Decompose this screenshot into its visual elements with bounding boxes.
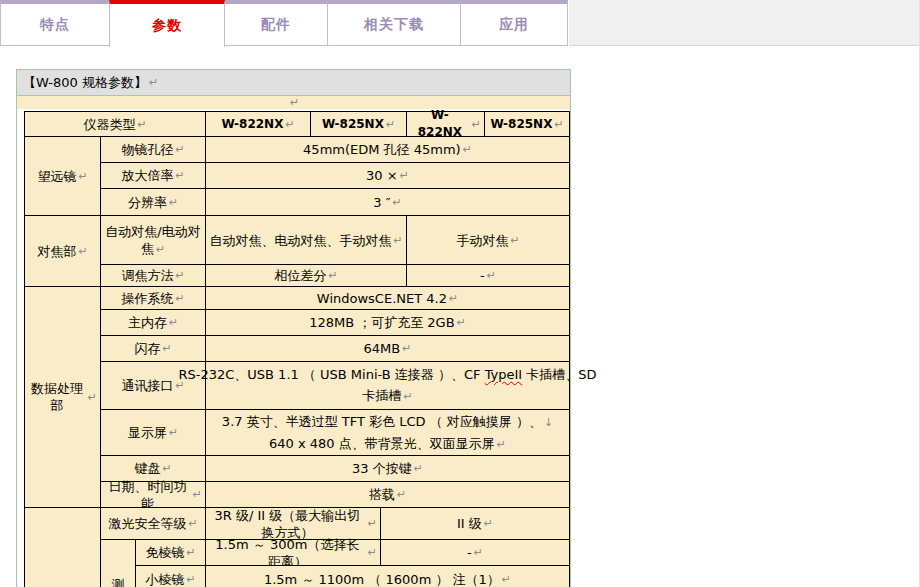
tab-features[interactable]: 特点 [0,0,110,46]
carriage-return-icon: ↵ [386,116,395,133]
carriage-return-icon: ↵ [175,167,184,184]
row-value: 3 ″↵ [206,189,570,216]
carriage-return-icon: ↵ [403,390,412,403]
row-label: 激光安全等级↵ [101,508,206,540]
carriage-return-icon: ↵ [175,267,184,284]
row-label: 显示屏↵ [101,410,206,456]
row-label: 放大倍率↵ [101,163,206,189]
data-processing-group-label: 数据处理部↵ [25,287,101,508]
carriage-return-icon: ↵ [368,515,377,532]
row-value-right: -↵ [407,265,570,287]
data-processing-section: 数据处理部↵ 操作系统↵ WindowsCE.NET 4.2↵ 主内存↵ 128… [25,287,570,508]
telescope-group-text: 望远镜 [37,168,76,185]
row-label-text: 通讯接口 [121,377,173,394]
row-value: 45mm(EDM 孔径 45mm)↵ [206,137,570,163]
focus-rows: 自动对焦/电动对焦↵ 自动对焦、电动对焦、手动对焦↵ 手动对焦↵ 调焦方法↵ 相… [101,216,570,287]
tab-accessories[interactable]: 配件 [224,0,328,46]
carriage-return-icon: ↵ [457,314,466,331]
table-row: 自动对焦/电动对焦↵ 自动对焦、电动对焦、手动对焦↵ 手动对焦↵ [101,216,570,265]
carriage-return-icon: ↵ [502,571,511,587]
carriage-return-icon: ↵ [162,460,171,477]
tab-parameters[interactable]: 参数 [109,0,225,47]
row-label: 日期、时间功能↵ [101,482,206,508]
tab-downloads[interactable]: 相关下载 [327,0,461,46]
row-label-text: 分辨率 [128,194,167,211]
data-processing-group-text: 数据处理部 [28,380,86,414]
row-value-text: - [467,544,472,561]
row-value-right: II 级↵ [381,508,570,540]
spec-table-wrapper: 仪器类型↵ W-822NX↵ W-825NX↵ W-822NX↵ W-825NX… [17,109,570,587]
laser-range-rows: 激光安全等级↵ 3R 级/ II 级（最大输出切换方式）↵ II 级↵ 测 免棱… [101,508,570,587]
row-value: RS-232C、USB 1.1 （ USB Mini-B 连接器 ）、CF Ty… [206,362,570,410]
row-label-text: 日期、时间功能 [104,478,191,512]
carriage-return-icon: ↵ [188,515,197,532]
row-label-text: 免棱镜 [145,544,184,561]
row-value-text: WindowsCE.NET 4.2 [317,290,447,307]
row-label: 操作系统↵ [101,287,206,310]
row-label: 分辨率↵ [101,189,206,216]
telescope-group-label: 望远镜↵ [25,137,101,216]
row-label: 物镜孔径↵ [101,137,206,163]
carriage-return-icon: ↵ [393,232,402,249]
model-name: W-825NX [322,116,384,133]
model-name: W-825NX [490,116,552,133]
row-label: 主内存↵ [101,310,206,336]
carriage-return-icon: ↵ [402,340,411,357]
carriage-return-icon: ↵ [554,116,563,133]
table-row: 物镜孔径↵ 45mm(EDM 孔径 45mm)↵ [101,137,570,163]
row-value: 128MB ；可扩充至 2GB↵ [206,310,570,336]
row-label-text: 小棱镜 [145,571,184,587]
model-name: W-822NX [410,107,470,141]
carriage-return-icon: ↵ [484,515,493,532]
row-value-text: 128MB ；可扩充至 2GB [309,314,454,331]
spec-outer-box: 【W-800 规格参数】 ↵ ↵ 仪器类型↵ W-822NX↵ W-825NX↵… [16,69,571,587]
tab-applications[interactable]: 应用 [460,0,568,46]
carriage-return-icon: ↵ [397,486,406,503]
display-line1: 3.7 英寸、半透过型 TFT 彩色 LCD （ 对应触摸屏 ）、↓ [222,411,553,433]
row-label-text: 主内存 [128,314,167,331]
header-row: 仪器类型↵ W-822NX↵ W-825NX↵ W-822NX↵ W-825NX… [25,112,570,137]
row-label-text: 自动对焦/电动对焦↵ [104,223,202,258]
carriage-return-icon: ↵ [463,141,472,158]
row-label-text: 键盘 [134,460,160,477]
telescope-section: 望远镜↵ 物镜孔径↵ 45mm(EDM 孔径 45mm)↵ 放大倍率↵ 30 ×… [25,137,570,216]
row-label-text: 放大倍率 [121,167,173,184]
display-line2: 640 x 480 点、带背景光、双面显示屏↵ [269,433,506,455]
row-value-right: -↵ [381,540,570,566]
row-value: 64MB↵ [206,336,570,362]
carriage-return-icon: ↵ [78,243,87,260]
carriage-return-icon: ↵ [169,194,178,211]
row-value-text: 搭载 [369,486,395,503]
row-label-text: 物镜孔径 [121,141,173,158]
tab-features-label: 特点 [40,16,70,34]
row-value: 30 ×↵ [206,163,570,189]
row-value: 1.5m ～ 1100m （ 1600m ） 注（1）↵ [206,566,570,587]
model-cell: W-825NX↵ [485,112,570,137]
table-row: 分辨率↵ 3 ″↵ [101,189,570,216]
carriage-return-icon: ↵ [169,424,178,441]
row-label: 免棱镜↵ [136,540,206,566]
comm-line1: RS-232C、USB 1.1 （ USB Mini-B 连接器 ）、CF Ty… [178,364,596,385]
carriage-return-icon: ↵ [175,290,184,307]
carriage-return-icon: ↵ [78,168,87,185]
carriage-return-icon: ↵ [497,438,506,451]
carriage-return-icon: ↵ [414,460,423,477]
spec-table-title-text: 【W-800 规格参数】 [23,74,147,92]
carriage-return-icon: ↵ [186,571,195,587]
table-row: 操作系统↵ WindowsCE.NET 4.2↵ [101,287,570,310]
instrument-type-text: 仪器类型 [83,116,135,133]
tabbar-filler [569,0,919,46]
row-label: 自动对焦/电动对焦↵ [101,216,206,265]
carriage-return-icon: ↵ [149,76,158,89]
carriage-return-icon: ↵ [474,544,483,561]
table-row: 通讯接口↵ RS-232C、USB 1.1 （ USB Mini-B 连接器 ）… [101,362,570,410]
row-label-text: 激光安全等级 [108,515,186,532]
table-row: 主内存↵ 128MB ；可扩充至 2GB↵ [101,310,570,336]
table-row: 小棱镜↵ 1.5m ～ 1100m （ 1600m ） 注（1）↵ [136,566,570,587]
row-label: 小棱镜↵ [136,566,206,587]
row-value-text: 1.5m ～ 300m（选择长距离） [209,536,366,570]
focus-group-label: 对焦部↵ [25,216,101,287]
carriage-return-icon: ↵ [162,340,171,357]
carriage-return-icon: ↵ [328,267,337,284]
range-vertical-text: 测 [112,576,125,587]
